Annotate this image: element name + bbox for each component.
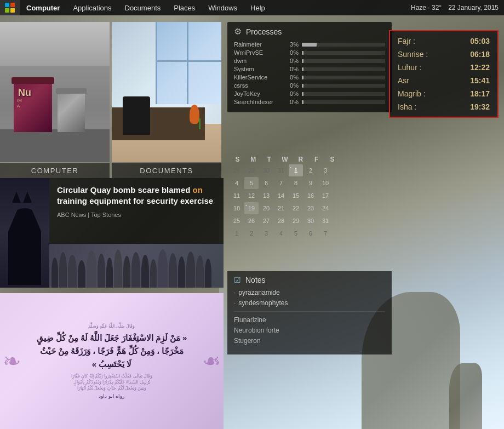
cal-cell-r2-c6[interactable]: 17	[318, 190, 333, 202]
cal-cell-r4-c4[interactable]: 29	[289, 215, 303, 227]
menu-windows[interactable]: Windows	[202, 0, 244, 15]
start-button[interactable]	[0, 0, 20, 15]
cal-cell-r4-c6[interactable]: 31	[318, 215, 333, 227]
prayer-fajr-time: 05:03	[470, 37, 490, 45]
menu-computer[interactable]: Computer	[20, 0, 66, 15]
cal-cell-r2-c3[interactable]: 14	[274, 190, 288, 202]
process-bar-bg-4	[302, 76, 385, 79]
cal-cell-r4-c3[interactable]: 28	[274, 215, 288, 227]
computer-desktop-icon[interactable]: Nu IMA COMPUTER	[0, 22, 110, 178]
menu-applications[interactable]: Applications	[66, 0, 118, 15]
cal-cell-r5-c1[interactable]: 2	[244, 227, 259, 239]
process-name-3: System	[234, 66, 283, 72]
check-icon: ☑	[234, 276, 241, 284]
prayer-fajr-name: Fajr :	[398, 37, 415, 45]
cal-cell-r3-c3[interactable]: 21	[274, 202, 288, 214]
process-row-1: WmiPrvSE 0%	[234, 49, 385, 56]
cal-cell-r2-c0[interactable]: 11	[230, 190, 244, 202]
cal-cell-r4-c1[interactable]: 26	[244, 215, 259, 227]
cal-cell-r1-c0[interactable]: 4	[230, 177, 244, 189]
arabic-main-text: « مَنْ لَزِمَ الاسْتِغْفَارَ جَعَلَ اللَ…	[37, 331, 187, 371]
processes-header: ⚙ Processes	[234, 26, 385, 37]
note-item-1: · pyrazanamide	[234, 289, 385, 296]
process-pct-3: 0%	[283, 66, 299, 72]
note-item-2: · syndesmophytes	[234, 299, 385, 307]
cal-cell-r3-c2[interactable]: 20	[259, 202, 273, 214]
process-pct-0: 3%	[283, 41, 299, 48]
cal-cell-r3-c0[interactable]: 18	[230, 202, 244, 214]
news-title: Circular Quay bomb scare blamed on train…	[57, 185, 216, 207]
day-header-w: W	[278, 156, 292, 163]
calendar-widget: S M T W R F S 282930311•2345678910111213…	[227, 153, 342, 242]
process-bar-fill-0	[302, 43, 317, 47]
cal-cell-r2-c4[interactable]: 15	[289, 190, 303, 202]
calendar-header: S M T W R F S	[230, 156, 340, 163]
taskbar-right: Haze · 32° 22 January, 2015	[411, 4, 504, 12]
process-row-0: Rainmeter 3%	[234, 41, 385, 48]
cal-cell-r5-c2[interactable]: 3	[259, 227, 273, 239]
note-bullet-1: ·	[234, 289, 236, 296]
cal-cell-r3-c5[interactable]: 23	[303, 202, 318, 214]
prayer-sunrise-name: Sunrise :	[398, 50, 428, 59]
cal-cell-r2-c5[interactable]: 16	[303, 190, 318, 202]
process-name-1: WmiPrvSE	[234, 49, 283, 56]
cal-cell-r3-c6[interactable]: 24	[318, 202, 333, 214]
cal-cell-r1-c4[interactable]: 8	[289, 177, 303, 189]
cal-cell-r0-c5[interactable]: 2	[303, 164, 318, 176]
arabic-floral-left: ❧	[3, 348, 21, 374]
menu-help[interactable]: Help	[244, 0, 272, 15]
prayer-isha-name: Isha :	[398, 102, 416, 111]
svg-rect-2	[5, 8, 9, 13]
process-bar-fill-7	[302, 100, 303, 104]
cal-cell-r4-c5[interactable]: 30	[303, 215, 318, 227]
cal-cell-r2-c1[interactable]: 12	[244, 190, 259, 202]
process-bar-fill-2	[302, 59, 303, 63]
cal-cell-r1-c5[interactable]: 9	[303, 177, 318, 189]
process-row-2: dwm 0%	[234, 58, 385, 64]
weather-display: Haze · 32°	[411, 4, 442, 12]
calendar-grid: 282930311•2345678910111213141516171819•2…	[230, 164, 340, 239]
process-bar-bg-0	[302, 43, 385, 47]
cal-cell-r3-c4[interactable]: 22	[289, 202, 303, 214]
cal-cell-r4-c0[interactable]: 25	[230, 215, 244, 227]
cal-cell-r0-c1[interactable]: 29	[244, 164, 259, 176]
process-row-7: SearchIndexer 0%	[234, 99, 385, 105]
cal-cell-r5-c4[interactable]: 5	[289, 227, 303, 239]
cal-cell-r5-c6[interactable]: 7	[318, 227, 333, 239]
process-bar-fill-3	[302, 67, 303, 71]
process-list: Rainmeter 3% WmiPrvSE 0% dwm 0% System 0…	[234, 41, 385, 105]
date-display: 22 January, 2015	[448, 4, 499, 12]
menu-places[interactable]: Places	[167, 0, 202, 15]
note-line-1: Flunarizine	[234, 315, 385, 325]
prayer-sunrise: Sunrise : 06:18	[398, 50, 490, 59]
documents-desktop-icon[interactable]: DOCUMENTS	[112, 22, 221, 178]
cal-cell-r5-c3[interactable]: 4	[274, 227, 288, 239]
arabic-small-text: وَقَالَ تَعَالَى فَقُلْتُ اسْتَغْفِرُوا …	[37, 373, 187, 392]
cal-cell-r2-c2[interactable]: 13	[259, 190, 273, 202]
cal-cell-r1-c1[interactable]: 5	[244, 177, 259, 189]
cal-cell-r5-c5[interactable]: 6	[303, 227, 318, 239]
notes-block: Flunarizine Neurobion forte Stugeron	[234, 311, 385, 347]
process-row-6: JoyToKey 0%	[234, 90, 385, 97]
process-bar-bg-1	[302, 51, 385, 55]
arabic-content: وَقَالَ صَلَّى اللَّهُ عَلَيْهِ وَسَلَّم…	[37, 323, 187, 399]
prayer-luhur-name: Luhur :	[398, 63, 422, 72]
cal-cell-r1-c2[interactable]: 6	[259, 177, 273, 189]
prayer-magrib-time: 18:17	[470, 89, 490, 98]
menu-documents[interactable]: Documents	[118, 0, 168, 15]
cal-cell-r0-c2[interactable]: 30	[259, 164, 273, 176]
cal-cell-r0-c3[interactable]: 31	[274, 164, 288, 176]
cal-cell-r4-c2[interactable]: 27	[259, 215, 273, 227]
process-name-0: Rainmeter	[234, 41, 283, 48]
process-pct-7: 0%	[283, 99, 299, 105]
processes-title: Processes	[246, 27, 282, 36]
prayer-asr: Asr 15:41	[398, 76, 490, 85]
cal-cell-r0-c4[interactable]: 1•	[289, 164, 303, 176]
cal-cell-r1-c6[interactable]: 10	[318, 177, 333, 189]
cal-cell-r5-c0[interactable]: 1	[230, 227, 244, 239]
cal-cell-r0-c0[interactable]: 28	[230, 164, 244, 176]
cal-cell-r0-c6[interactable]: 3	[318, 164, 333, 176]
cal-cell-r1-c3[interactable]: 7	[274, 177, 288, 189]
cal-cell-r3-c1[interactable]: 19•	[244, 202, 259, 214]
process-row-5: csrss 0%	[234, 82, 385, 89]
